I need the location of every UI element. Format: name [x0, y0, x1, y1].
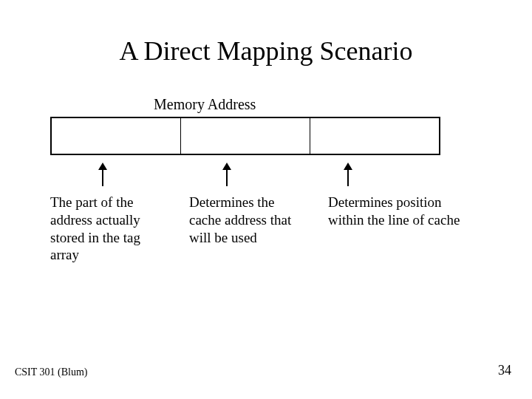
address-segment-word [310, 118, 439, 154]
description-word: Determines position within the line of c… [328, 194, 461, 264]
description-line: Determines the cache address that will b… [189, 194, 300, 264]
footer-course: CSIT 301 (Blum) [15, 366, 88, 378]
arrow-line [226, 164, 228, 186]
memory-address-box [50, 117, 440, 155]
memory-address-label: Memory Address [154, 96, 256, 113]
address-segment-tag [52, 118, 180, 154]
descriptions-row: The part of the address actually stored … [50, 194, 471, 264]
footer-page-number: 34 [498, 363, 511, 378]
address-segment-line [180, 118, 310, 154]
slide-title: A Direct Mapping Scenario [0, 35, 532, 66]
description-tag: The part of the address actually stored … [50, 194, 161, 264]
arrow-word [347, 164, 349, 186]
arrow-tag [102, 164, 103, 186]
